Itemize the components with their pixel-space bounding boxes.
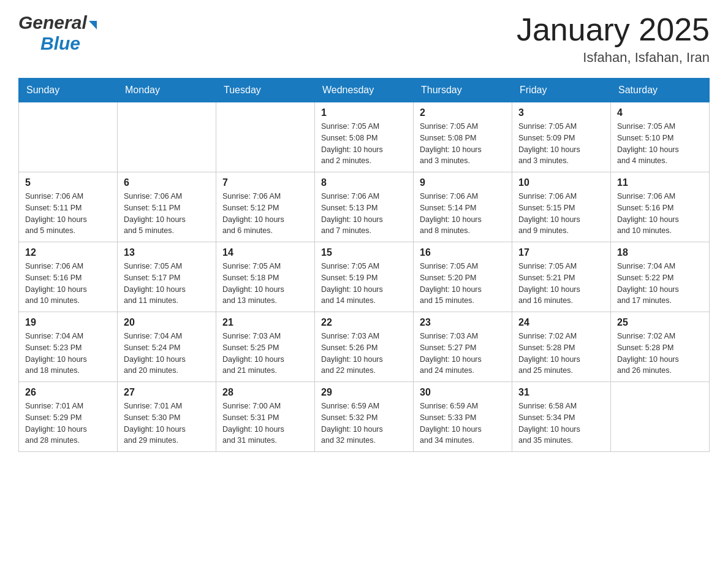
day-number: 6 bbox=[124, 177, 210, 188]
day-number: 1 bbox=[321, 107, 407, 118]
calendar-cell: 20Sunrise: 7:04 AMSunset: 5:24 PMDayligh… bbox=[118, 312, 216, 382]
day-number: 17 bbox=[518, 247, 604, 258]
day-info: Sunrise: 7:03 AMSunset: 5:26 PMDaylight:… bbox=[321, 331, 407, 377]
day-info: Sunrise: 7:06 AMSunset: 5:16 PMDaylight:… bbox=[25, 261, 111, 307]
day-number: 13 bbox=[124, 247, 210, 258]
calendar-cell: 9Sunrise: 7:06 AMSunset: 5:14 PMDaylight… bbox=[414, 172, 512, 242]
day-info: Sunrise: 7:04 AMSunset: 5:24 PMDaylight:… bbox=[124, 331, 210, 377]
calendar-cell: 21Sunrise: 7:03 AMSunset: 5:25 PMDayligh… bbox=[216, 312, 315, 382]
calendar-table: SundayMondayTuesdayWednesdayThursdayFrid… bbox=[18, 78, 710, 452]
calendar-cell: 16Sunrise: 7:05 AMSunset: 5:20 PMDayligh… bbox=[414, 242, 512, 312]
calendar-day-header: Monday bbox=[118, 79, 216, 102]
day-number: 26 bbox=[25, 387, 111, 398]
day-number: 4 bbox=[617, 107, 703, 118]
day-number: 30 bbox=[420, 387, 506, 398]
day-info: Sunrise: 7:05 AMSunset: 5:17 PMDaylight:… bbox=[124, 261, 210, 307]
day-info: Sunrise: 7:05 AMSunset: 5:09 PMDaylight:… bbox=[518, 121, 604, 167]
day-info: Sunrise: 7:05 AMSunset: 5:21 PMDaylight:… bbox=[518, 261, 604, 307]
calendar-cell: 4Sunrise: 7:05 AMSunset: 5:10 PMDaylight… bbox=[611, 102, 710, 172]
day-info: Sunrise: 6:58 AMSunset: 5:34 PMDaylight:… bbox=[518, 400, 604, 446]
calendar-cell: 17Sunrise: 7:05 AMSunset: 5:21 PMDayligh… bbox=[512, 242, 611, 312]
day-number: 25 bbox=[617, 317, 703, 328]
day-info: Sunrise: 7:04 AMSunset: 5:22 PMDaylight:… bbox=[617, 261, 703, 307]
day-info: Sunrise: 7:00 AMSunset: 5:31 PMDaylight:… bbox=[222, 400, 308, 446]
day-number: 21 bbox=[222, 317, 308, 328]
calendar-week-row: 12Sunrise: 7:06 AMSunset: 5:16 PMDayligh… bbox=[19, 242, 710, 312]
day-number: 15 bbox=[321, 247, 407, 258]
day-info: Sunrise: 7:05 AMSunset: 5:19 PMDaylight:… bbox=[321, 261, 407, 307]
logo-general-text: General bbox=[18, 12, 87, 33]
calendar-week-row: 26Sunrise: 7:01 AMSunset: 5:29 PMDayligh… bbox=[19, 382, 710, 452]
calendar-week-row: 1Sunrise: 7:05 AMSunset: 5:08 PMDaylight… bbox=[19, 102, 710, 172]
day-number: 24 bbox=[518, 317, 604, 328]
day-info: Sunrise: 7:06 AMSunset: 5:15 PMDaylight:… bbox=[518, 191, 604, 237]
calendar-cell: 7Sunrise: 7:06 AMSunset: 5:12 PMDaylight… bbox=[216, 172, 315, 242]
calendar-cell: 27Sunrise: 7:01 AMSunset: 5:30 PMDayligh… bbox=[118, 382, 216, 452]
day-info: Sunrise: 7:06 AMSunset: 5:11 PMDaylight:… bbox=[25, 191, 111, 237]
calendar-cell: 6Sunrise: 7:06 AMSunset: 5:11 PMDaylight… bbox=[118, 172, 216, 242]
day-number: 5 bbox=[25, 177, 111, 188]
day-info: Sunrise: 7:02 AMSunset: 5:28 PMDaylight:… bbox=[617, 331, 703, 377]
day-info: Sunrise: 7:05 AMSunset: 5:20 PMDaylight:… bbox=[420, 261, 506, 307]
day-info: Sunrise: 7:03 AMSunset: 5:25 PMDaylight:… bbox=[222, 331, 308, 377]
day-number: 28 bbox=[222, 387, 308, 398]
day-number: 12 bbox=[25, 247, 111, 258]
calendar-cell: 23Sunrise: 7:03 AMSunset: 5:27 PMDayligh… bbox=[414, 312, 512, 382]
logo-blue-text: Blue bbox=[40, 33, 80, 53]
day-info: Sunrise: 7:05 AMSunset: 5:08 PMDaylight:… bbox=[420, 121, 506, 167]
day-info: Sunrise: 7:05 AMSunset: 5:18 PMDaylight:… bbox=[222, 261, 308, 307]
day-info: Sunrise: 6:59 AMSunset: 5:32 PMDaylight:… bbox=[321, 400, 407, 446]
calendar-cell: 10Sunrise: 7:06 AMSunset: 5:15 PMDayligh… bbox=[512, 172, 611, 242]
day-info: Sunrise: 7:06 AMSunset: 5:14 PMDaylight:… bbox=[420, 191, 506, 237]
calendar-cell bbox=[118, 102, 216, 172]
day-number: 16 bbox=[420, 247, 506, 258]
calendar-cell: 8Sunrise: 7:06 AMSunset: 5:13 PMDaylight… bbox=[315, 172, 414, 242]
day-number: 9 bbox=[420, 177, 506, 188]
day-info: Sunrise: 7:01 AMSunset: 5:29 PMDaylight:… bbox=[25, 400, 111, 446]
calendar-cell: 24Sunrise: 7:02 AMSunset: 5:28 PMDayligh… bbox=[512, 312, 611, 382]
calendar-cell bbox=[19, 102, 118, 172]
calendar-day-header: Friday bbox=[512, 79, 611, 102]
day-info: Sunrise: 7:06 AMSunset: 5:12 PMDaylight:… bbox=[222, 191, 308, 237]
day-info: Sunrise: 7:01 AMSunset: 5:30 PMDaylight:… bbox=[124, 400, 210, 446]
location-text: Isfahan, Isfahan, Iran bbox=[517, 50, 710, 66]
calendar-cell: 2Sunrise: 7:05 AMSunset: 5:08 PMDaylight… bbox=[414, 102, 512, 172]
calendar-cell: 25Sunrise: 7:02 AMSunset: 5:28 PMDayligh… bbox=[611, 312, 710, 382]
calendar-cell: 29Sunrise: 6:59 AMSunset: 5:32 PMDayligh… bbox=[315, 382, 414, 452]
logo-triangle-icon bbox=[89, 21, 97, 29]
calendar-day-header: Wednesday bbox=[315, 79, 414, 102]
calendar-day-header: Tuesday bbox=[216, 79, 315, 102]
day-number: 7 bbox=[222, 177, 308, 188]
day-info: Sunrise: 7:06 AMSunset: 5:16 PMDaylight:… bbox=[617, 191, 703, 237]
calendar-week-row: 5Sunrise: 7:06 AMSunset: 5:11 PMDaylight… bbox=[19, 172, 710, 242]
calendar-cell: 3Sunrise: 7:05 AMSunset: 5:09 PMDaylight… bbox=[512, 102, 611, 172]
calendar-day-header: Sunday bbox=[19, 79, 118, 102]
calendar-cell: 18Sunrise: 7:04 AMSunset: 5:22 PMDayligh… bbox=[611, 242, 710, 312]
day-info: Sunrise: 6:59 AMSunset: 5:33 PMDaylight:… bbox=[420, 400, 506, 446]
calendar-header-row: SundayMondayTuesdayWednesdayThursdayFrid… bbox=[19, 79, 710, 102]
day-number: 2 bbox=[420, 107, 506, 118]
day-info: Sunrise: 7:06 AMSunset: 5:13 PMDaylight:… bbox=[321, 191, 407, 237]
day-number: 19 bbox=[25, 317, 111, 328]
day-number: 11 bbox=[617, 177, 703, 188]
calendar-day-header: Saturday bbox=[611, 79, 710, 102]
month-title: January 2025 bbox=[517, 12, 710, 47]
day-number: 14 bbox=[222, 247, 308, 258]
page-header: General Blue January 2025 Isfahan, Isfah… bbox=[18, 12, 710, 66]
calendar-day-header: Thursday bbox=[414, 79, 512, 102]
day-number: 3 bbox=[518, 107, 604, 118]
day-number: 10 bbox=[518, 177, 604, 188]
calendar-cell bbox=[216, 102, 315, 172]
calendar-cell: 22Sunrise: 7:03 AMSunset: 5:26 PMDayligh… bbox=[315, 312, 414, 382]
day-number: 8 bbox=[321, 177, 407, 188]
calendar-cell: 5Sunrise: 7:06 AMSunset: 5:11 PMDaylight… bbox=[19, 172, 118, 242]
calendar-cell: 14Sunrise: 7:05 AMSunset: 5:18 PMDayligh… bbox=[216, 242, 315, 312]
logo: General Blue bbox=[18, 12, 97, 54]
day-number: 23 bbox=[420, 317, 506, 328]
day-number: 31 bbox=[518, 387, 604, 398]
day-info: Sunrise: 7:02 AMSunset: 5:28 PMDaylight:… bbox=[518, 331, 604, 377]
day-info: Sunrise: 7:05 AMSunset: 5:10 PMDaylight:… bbox=[617, 121, 703, 167]
day-number: 22 bbox=[321, 317, 407, 328]
day-info: Sunrise: 7:04 AMSunset: 5:23 PMDaylight:… bbox=[25, 331, 111, 377]
title-section: January 2025 Isfahan, Isfahan, Iran bbox=[517, 12, 710, 66]
